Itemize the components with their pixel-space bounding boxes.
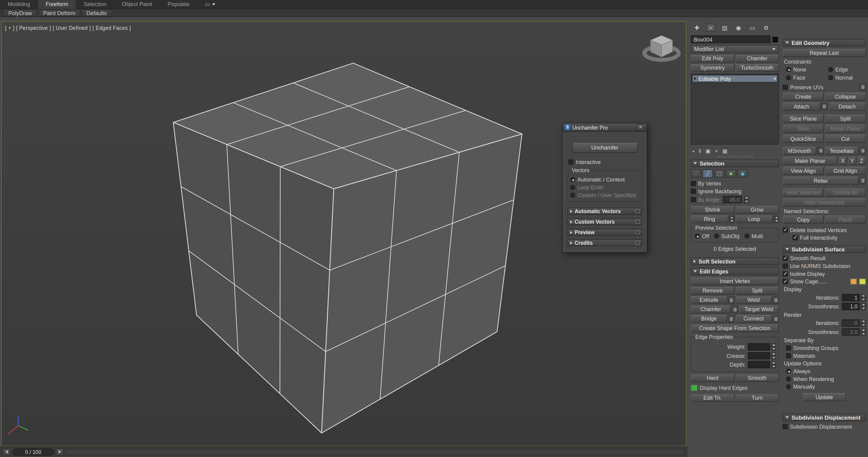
panel-polydraw[interactable]: PolyDraw: [3, 9, 37, 16]
unchamfer-button[interactable]: Unchamfer: [572, 143, 638, 153]
relax-settings-icon[interactable]: [860, 177, 866, 184]
display-iterations-field[interactable]: 1: [842, 294, 860, 301]
dialog-title-bar[interactable]: 3 Unchamfer Pro: [563, 124, 647, 132]
motion-tab-icon[interactable]: ◉: [734, 24, 743, 31]
quickslice-button[interactable]: QuickSlice: [783, 134, 824, 143]
viewcube[interactable]: [644, 36, 679, 60]
show-cage-checkbox[interactable]: [783, 279, 788, 284]
render-smoothness-field[interactable]: 1.0: [842, 328, 860, 336]
smooth-button[interactable]: Smooth: [735, 374, 779, 382]
display-tab-icon[interactable]: ▭: [748, 24, 756, 31]
planar-x-button[interactable]: X: [839, 157, 847, 165]
chamfer-modifier-button[interactable]: Chamfer: [735, 55, 779, 63]
update-manually-radio[interactable]: [786, 384, 791, 390]
stack-item-editable-poly[interactable]: Editable Poly: [692, 75, 778, 83]
use-nurms-checkbox[interactable]: [783, 264, 788, 269]
preserve-uvs-settings-icon[interactable]: [860, 84, 866, 91]
next-frame-button[interactable]: [56, 448, 64, 456]
rollout-subdivision-displacement[interactable]: Subdivision Displacement: [783, 414, 866, 421]
planar-y-button[interactable]: Y: [848, 157, 857, 165]
tab-modeling[interactable]: Modeling: [0, 0, 38, 8]
panel-defaults[interactable]: Defaults: [82, 9, 112, 16]
tessellate-settings-icon[interactable]: [860, 147, 866, 155]
planar-z-button[interactable]: Z: [858, 157, 866, 165]
make-planar-button[interactable]: Make Planar: [783, 157, 838, 165]
insert-vertex-button[interactable]: Insert Vertex: [691, 277, 779, 285]
create-shape-button[interactable]: Create Shape From Selection: [691, 324, 779, 332]
display-smoothness-field[interactable]: 1.0: [842, 303, 860, 310]
stack-item-menu-icon[interactable]: [773, 77, 775, 80]
weld-settings-icon[interactable]: [773, 297, 779, 304]
attach-settings-icon[interactable]: [821, 103, 827, 110]
edge-icon[interactable]: ╱: [706, 171, 710, 177]
ignore-backfacing-checkbox[interactable]: [691, 189, 696, 194]
rollout-selection[interactable]: Selection: [691, 159, 779, 167]
rollout-subdivision-surface[interactable]: Subdivision Surface: [783, 245, 866, 253]
msmooth-button[interactable]: MSmooth: [783, 147, 816, 155]
hard-button[interactable]: Hard: [691, 374, 734, 382]
unhide-all-button[interactable]: Unhide All: [825, 188, 866, 196]
modifier-stack[interactable]: Editable Poly: [691, 73, 779, 144]
panel-resize-grip[interactable]: [717, 156, 752, 157]
edit-tri-button[interactable]: Edit Tri.: [691, 394, 734, 402]
interactive-checkbox[interactable]: [568, 159, 574, 164]
by-vertex-checkbox[interactable]: [691, 181, 696, 186]
paste-button[interactable]: Paste: [825, 215, 866, 224]
create-button[interactable]: Create: [783, 93, 824, 101]
automatic-context-radio[interactable]: [570, 177, 575, 182]
remove-modifier-icon[interactable]: ×: [715, 147, 718, 153]
full-interactivity-checkbox[interactable]: [793, 236, 798, 241]
show-end-result-icon[interactable]: ‖: [699, 147, 701, 153]
target-weld-button[interactable]: Target Weld: [739, 306, 779, 313]
track-bar[interactable]: [66, 449, 685, 455]
hide-unselected-button[interactable]: Hide Unselected: [783, 199, 866, 207]
depth-spinner[interactable]: [771, 361, 776, 368]
rollout-preview[interactable]: Preview: [567, 229, 642, 236]
object-color-swatch[interactable]: [772, 36, 779, 43]
display-iterations-spinner[interactable]: [861, 294, 866, 301]
tab-selection[interactable]: Selection: [76, 0, 114, 8]
symmetry-button[interactable]: Symmetry: [691, 64, 734, 72]
weight-field[interactable]: [748, 343, 770, 351]
polygon-icon[interactable]: ■: [730, 171, 733, 177]
collapse-button[interactable]: Collapse: [825, 93, 866, 101]
panel-paint-deform[interactable]: Paint Deform: [38, 9, 80, 16]
preserve-uvs-checkbox[interactable]: [783, 85, 788, 90]
subdivision-displacement-checkbox[interactable]: [783, 424, 788, 429]
split-toggle-button[interactable]: Split: [825, 115, 866, 123]
constraint-edge-radio[interactable]: [828, 67, 833, 72]
preview-subobj-radio[interactable]: [714, 234, 719, 239]
smoothing-groups-checkbox[interactable]: [786, 345, 791, 351]
preview-multi-radio[interactable]: [744, 234, 749, 239]
chamfer-button[interactable]: Chamfer: [691, 306, 731, 313]
angle-value-field[interactable]: 45.0: [723, 196, 742, 203]
shrink-button[interactable]: Shrink: [691, 206, 734, 214]
bridge-settings-icon[interactable]: [728, 315, 734, 323]
viewport-label[interactable]: [ + ] [ Perspective ] [ User Defined ] […: [5, 25, 131, 31]
create-tab-icon[interactable]: ✚: [692, 24, 701, 31]
isoline-display-checkbox[interactable]: [783, 271, 788, 276]
ribbon-minimize-icon[interactable]: ▭: [205, 1, 215, 7]
cage-face-color-swatch[interactable]: [859, 278, 866, 284]
edit-poly-button[interactable]: Edit Poly: [691, 55, 734, 63]
detach-button[interactable]: Detach: [829, 102, 866, 111]
editable-poly-cube[interactable]: [173, 63, 522, 433]
delete-isolated-vertices-checkbox[interactable]: [783, 227, 788, 233]
hard-edge-color-swatch[interactable]: [691, 385, 698, 391]
constraint-face-radio[interactable]: [786, 75, 791, 81]
modifier-list-dropdown[interactable]: Modifier List: [691, 45, 779, 53]
view-align-button[interactable]: View Align: [783, 167, 824, 175]
update-when-rendering-radio[interactable]: [786, 376, 791, 382]
element-icon[interactable]: ◆: [741, 171, 744, 177]
turbosmooth-button[interactable]: TurboSmooth: [735, 64, 779, 72]
unchamfer-pro-dialog[interactable]: 3 Unchamfer Pro Unchamfer Interactive Ve…: [562, 123, 647, 253]
bridge-button[interactable]: Bridge: [691, 315, 727, 323]
make-unique-icon[interactable]: ▣: [706, 147, 711, 153]
previous-frame-button[interactable]: [3, 448, 10, 456]
cut-button[interactable]: Cut: [825, 134, 866, 143]
weld-button[interactable]: Weld: [735, 296, 772, 304]
ring-button[interactable]: Ring: [691, 215, 728, 223]
crease-field[interactable]: [748, 352, 770, 359]
chamfer-settings-icon[interactable]: [732, 306, 738, 313]
render-smoothness-spinner[interactable]: [861, 328, 866, 336]
